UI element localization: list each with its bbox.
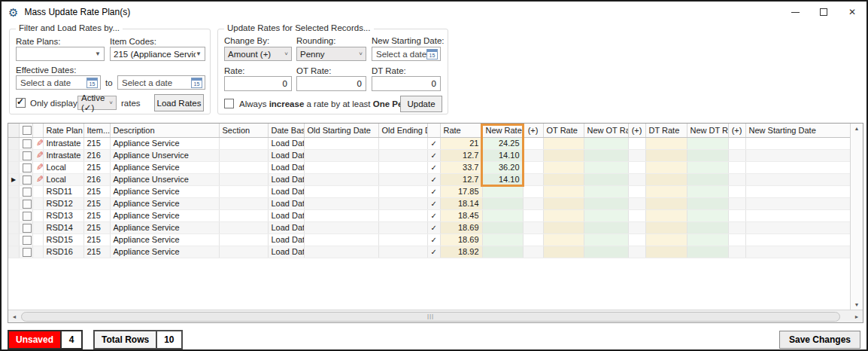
cell-active-check[interactable]: ✓	[427, 209, 440, 221]
cell-edit-pencil[interactable]: ✎	[32, 137, 43, 149]
cell-new-rate[interactable]	[482, 221, 523, 233]
cell-description[interactable]: Appliance Service	[110, 197, 219, 209]
cell-dt-rate[interactable]	[645, 209, 687, 221]
table-row[interactable]: RSD16215Appliance ServiceLoad Date✓18.92	[8, 246, 850, 258]
cell-rate-plan[interactable]: RSD13	[43, 209, 83, 221]
cell-rate-plan[interactable]: RSD11	[43, 185, 83, 197]
row-checkbox[interactable]	[23, 139, 32, 148]
cell-new-starting-date[interactable]	[745, 185, 850, 197]
cell-active-check[interactable]: ✓	[427, 221, 440, 233]
cell-date-basis[interactable]: Load Date	[268, 185, 304, 197]
effective-date-to-picker[interactable]: Select a date 15	[117, 75, 205, 90]
cell-old-starting-date[interactable]	[304, 173, 378, 185]
cell-new-ot-rate[interactable]	[584, 246, 628, 258]
cell-select-checkbox[interactable]	[19, 197, 32, 209]
scroll-up-icon[interactable]: ▲	[854, 126, 860, 131]
load-rates-button[interactable]: Load Rates	[154, 94, 204, 111]
cell-new-dt-rate[interactable]	[687, 246, 728, 258]
table-row[interactable]: ✎Local215Appliance ServiceLoad Date✓33.7…	[8, 161, 850, 173]
new-starting-date-picker[interactable]: Select a date 15	[372, 47, 441, 61]
select-all-checkbox[interactable]	[23, 126, 32, 135]
cell-new-starting-date[interactable]	[745, 173, 850, 185]
table-row[interactable]: RSD11215Appliance ServiceLoad Date✓17.85	[8, 185, 850, 197]
minimize-button[interactable]	[781, 2, 809, 23]
cell-old-ending-date[interactable]	[378, 173, 427, 185]
cell-plus[interactable]	[628, 221, 645, 233]
cell-plus[interactable]	[523, 173, 543, 185]
cell-new-dt-rate[interactable]	[687, 233, 728, 246]
cell-active-check[interactable]: ✓	[427, 161, 440, 173]
cell-description[interactable]: Appliance Service	[110, 209, 219, 221]
cell-new-starting-date[interactable]	[745, 233, 850, 246]
cell-ot-rate[interactable]	[543, 197, 584, 209]
cell-dt-rate[interactable]	[645, 185, 687, 197]
cell-new-rate[interactable]: 14.10	[482, 149, 523, 161]
cell-edit-pencil[interactable]: ✎	[32, 161, 43, 173]
cell-ot-rate[interactable]	[543, 173, 584, 185]
column-header-old-starting-date[interactable]: Old Starting Date	[304, 124, 378, 137]
scrollbar-thumb[interactable]: |||	[21, 312, 840, 322]
cell-plus[interactable]	[728, 221, 745, 233]
column-header-plus[interactable]: (+)	[523, 124, 543, 137]
cell-date-basis[interactable]: Load Date	[268, 221, 304, 233]
column-header-plus[interactable]: (+)	[728, 124, 745, 137]
cell-date-basis[interactable]: Load Date	[268, 246, 304, 258]
scrollbar-track[interactable]: |||	[20, 311, 851, 322]
cell-plus[interactable]	[523, 161, 543, 173]
cell-item[interactable]: 215	[83, 137, 110, 149]
only-display-checkbox[interactable]	[16, 98, 26, 108]
column-header-select-checkbox[interactable]	[19, 124, 32, 137]
cell-rate[interactable]: 17.85	[440, 185, 482, 197]
cell-section[interactable]	[219, 233, 268, 246]
cell-active-check[interactable]: ✓	[427, 246, 440, 258]
cell-rate-plan[interactable]: RSD12	[43, 197, 83, 209]
row-checkbox[interactable]	[23, 200, 32, 209]
cell-edit-pencil[interactable]	[32, 185, 43, 197]
cell-section[interactable]	[219, 173, 268, 185]
cell-date-basis[interactable]: Load Date	[268, 149, 304, 161]
cell-ot-rate[interactable]	[543, 233, 584, 246]
cell-dt-rate[interactable]	[645, 161, 687, 173]
cell-old-ending-date[interactable]	[378, 233, 427, 246]
cell-item[interactable]: 216	[83, 173, 110, 185]
cell-new-dt-rate[interactable]	[687, 161, 728, 173]
cell-new-dt-rate[interactable]	[687, 137, 728, 149]
cell-new-ot-rate[interactable]	[584, 185, 628, 197]
cell-item[interactable]: 215	[83, 246, 110, 258]
cell-new-rate[interactable]	[482, 246, 523, 258]
column-header-description[interactable]: Description	[110, 124, 219, 137]
cell-old-starting-date[interactable]	[304, 185, 378, 197]
cell-plus[interactable]	[628, 233, 645, 246]
cell-new-dt-rate[interactable]	[687, 173, 728, 185]
cell-old-ending-date[interactable]	[378, 197, 427, 209]
cell-rate-plan[interactable]: Intrastate	[43, 137, 83, 149]
cell-date-basis[interactable]: Load Date	[268, 197, 304, 209]
cell-rate-plan[interactable]: Intrastate	[43, 149, 83, 161]
column-header-new-ot-rate[interactable]: New OT Rate	[584, 124, 628, 137]
cell-edit-pencil[interactable]: ✎	[32, 173, 43, 185]
cell-old-starting-date[interactable]	[304, 233, 378, 246]
cell-new-dt-rate[interactable]	[687, 221, 728, 233]
row-checkbox[interactable]	[23, 224, 32, 233]
cell-rate[interactable]: 18.69	[440, 233, 482, 246]
table-row[interactable]: ▶✎Local216Appliance UnserviceLoad Date✓1…	[8, 173, 850, 185]
cell-old-ending-date[interactable]	[378, 149, 427, 161]
item-codes-combobox[interactable]: 215 (Appliance Service... ▼	[110, 47, 205, 61]
table-row[interactable]: RSD14215Appliance ServiceLoad Date✓18.69	[8, 221, 850, 233]
cell-section[interactable]	[219, 185, 268, 197]
maximize-button[interactable]	[809, 2, 838, 23]
cell-date-basis[interactable]: Load Date	[268, 137, 304, 149]
cell-new-ot-rate[interactable]	[584, 137, 628, 149]
row-checkbox[interactable]	[23, 151, 32, 160]
cell-new-rate[interactable]: 14.10	[482, 173, 523, 185]
cell-description[interactable]: Appliance Service	[110, 161, 219, 173]
cell-item[interactable]: 215	[83, 185, 110, 197]
column-header-rate[interactable]: Rate	[440, 124, 482, 137]
save-changes-button[interactable]: Save Changes	[779, 331, 860, 349]
cell-ot-rate[interactable]	[543, 209, 584, 221]
cell-rate-plan[interactable]: RSD15	[43, 233, 83, 246]
cell-select-checkbox[interactable]	[19, 161, 32, 173]
cell-edit-pencil[interactable]: ✎	[32, 149, 43, 161]
column-header-date-basis[interactable]: Date Basis	[268, 124, 304, 137]
cell-new-ot-rate[interactable]	[584, 197, 628, 209]
